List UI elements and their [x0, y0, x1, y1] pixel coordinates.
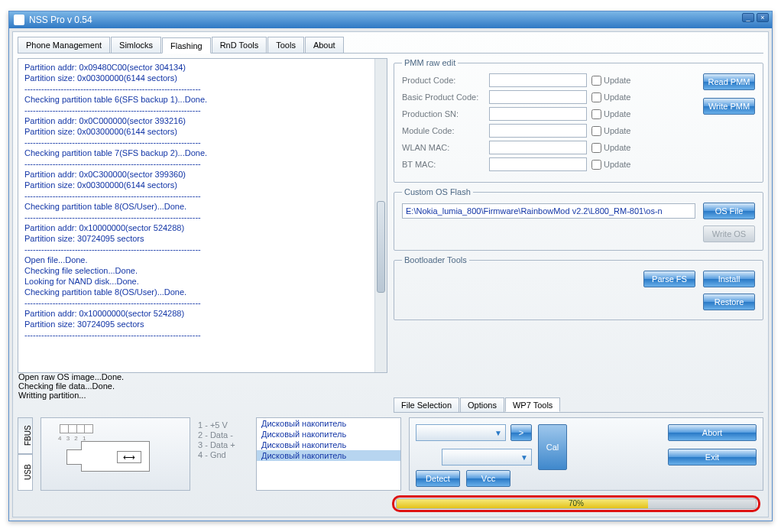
pmm-label-5: BT MAC: — [402, 160, 484, 169]
log-scrollbar[interactable] — [374, 59, 387, 372]
restore-button[interactable]: Restore — [703, 294, 755, 310]
tab-rnd-tools[interactable]: RnD Tools — [212, 37, 267, 53]
pin-legend: 1 - +5 V2 - Data -3 - Data +4 - Gnd — [198, 417, 248, 491]
device-item[interactable]: Дисковый накопитель — [257, 429, 400, 440]
go-button[interactable]: > — [510, 424, 532, 441]
progress-highlight: 70% — [392, 495, 760, 512]
parse-fs-button[interactable]: Parse FS — [643, 271, 695, 287]
vtab-fbus[interactable]: FBUS — [18, 417, 33, 454]
tab-simlocks[interactable]: Simlocks — [111, 37, 161, 53]
pmm-update-5[interactable]: Update — [591, 160, 674, 170]
boot-legend: Bootloader Tools — [402, 255, 469, 264]
device-item[interactable]: Дисковый накопитель — [257, 450, 400, 461]
subtab-file-selection[interactable]: File Selection — [394, 397, 459, 412]
pmm-label-0: Product Code: — [402, 76, 484, 85]
pmm-update-1[interactable]: Update — [591, 92, 674, 102]
controls-panel: ▼ > ▼ Detect Vcc Cal Abort Exit — [409, 417, 763, 491]
abort-button[interactable]: Abort — [668, 424, 757, 441]
dropdown-1[interactable]: ▼ — [416, 424, 506, 441]
pmm-input-5[interactable] — [489, 157, 587, 171]
app-icon — [14, 15, 24, 25]
pmm-update-0[interactable]: Update — [591, 76, 674, 86]
dropdown-2[interactable]: ▼ — [442, 449, 532, 466]
main-tabs: Phone Management Simlocks Flashing RnD T… — [18, 37, 763, 54]
tab-phone-management[interactable]: Phone Management — [18, 37, 110, 53]
bootloader-tools: Bootloader Tools Parse FS Install Restor… — [394, 255, 763, 320]
exit-button[interactable]: Exit — [668, 449, 757, 466]
os-path-input[interactable] — [402, 203, 695, 219]
close-button[interactable]: × — [757, 13, 769, 22]
pmm-update-4[interactable]: Update — [591, 143, 674, 153]
subtab-options[interactable]: Options — [460, 397, 504, 412]
window-title: NSS Pro v 0.54 — [29, 15, 92, 25]
osflash-legend: Custom OS Flash — [402, 187, 473, 196]
device-item[interactable]: Дисковый накопитель — [257, 418, 400, 429]
cal-button[interactable]: Cal — [538, 424, 567, 470]
vcc-button[interactable]: Vcc — [466, 470, 510, 487]
custom-os-flash: Custom OS Flash OS File Write OS — [394, 187, 763, 251]
minimize-button[interactable]: _ — [742, 13, 754, 22]
side-tabs: FBUS USB — [18, 417, 33, 491]
tab-tools[interactable]: Tools — [267, 37, 304, 53]
tab-about[interactable]: About — [305, 37, 344, 53]
pmm-raw-edit: PMM raw edit Product Code: UpdateBasic P… — [394, 58, 763, 183]
install-button[interactable]: Install — [703, 271, 755, 287]
progress-label: 70% — [397, 499, 756, 508]
log-panel: Partition addr: 0x09480C00(sector 304134… — [18, 58, 387, 373]
log-highlight: Open raw OS image...Done.Checking file d… — [18, 372, 387, 400]
vtab-usb[interactable]: USB — [18, 454, 33, 491]
pmm-input-1[interactable] — [489, 90, 587, 104]
pmm-label-1: Basic Product Code: — [402, 92, 484, 102]
device-list[interactable]: Дисковый накопительДисковый накопительДи… — [256, 417, 401, 491]
pmm-update-3[interactable]: Update — [591, 126, 674, 136]
pmm-label-2: Production SN: — [402, 109, 484, 118]
pmm-input-0[interactable] — [489, 73, 587, 87]
pmm-legend: PMM raw edit — [402, 58, 458, 67]
detect-button[interactable]: Detect — [416, 470, 460, 487]
subtab-wp7-tools[interactable]: WP7 Tools — [505, 397, 560, 412]
usb-icon: ⟷ — [81, 441, 150, 472]
pmm-input-4[interactable] — [489, 141, 587, 154]
device-item[interactable]: Дисковый накопитель — [257, 440, 400, 450]
pmm-label-3: Module Code: — [402, 126, 484, 135]
write-os-button[interactable]: Write OS — [703, 225, 755, 242]
progress-bar: 70% — [396, 498, 757, 509]
pmm-update-2[interactable]: Update — [591, 109, 674, 119]
write-pmm-button[interactable]: Write PMM — [703, 98, 755, 115]
read-pmm-button[interactable]: Read PMM — [703, 73, 755, 90]
connector-diagram: 4 3 2 1 ⟷ — [41, 417, 190, 491]
app-window: NSS Pro v 0.54 _ × Phone Management Siml… — [8, 11, 773, 521]
tab-flashing[interactable]: Flashing — [162, 37, 211, 54]
pmm-input-3[interactable] — [489, 124, 587, 138]
titlebar: NSS Pro v 0.54 _ × — [9, 11, 772, 28]
scrollbar-thumb[interactable] — [377, 201, 385, 293]
sub-tabs: File Selection Options WP7 Tools — [394, 397, 763, 413]
pmm-input-2[interactable] — [489, 107, 587, 121]
os-file-button[interactable]: OS File — [703, 203, 755, 219]
pmm-label-4: WLAN MAC: — [402, 143, 484, 152]
